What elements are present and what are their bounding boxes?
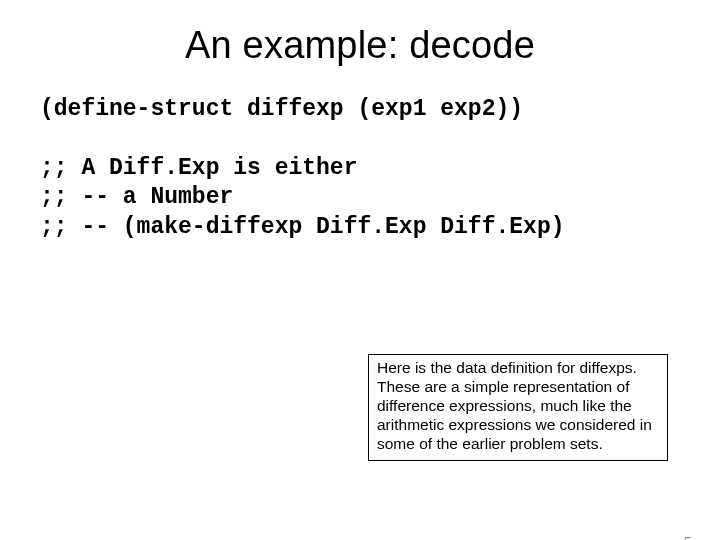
code-line-4: ;; -- (make-diffexp Diff.Exp Diff.Exp)	[40, 214, 565, 240]
note-box: Here is the data definition for diffexps…	[368, 354, 668, 461]
code-line-1: (define-struct diffexp (exp1 exp2))	[40, 96, 523, 122]
code-block: (define-struct diffexp (exp1 exp2)) ;; A…	[40, 95, 690, 242]
code-line-3: ;; -- a Number	[40, 184, 233, 210]
code-line-2: ;; A Diff.Exp is either	[40, 155, 357, 181]
page-number: 5	[684, 533, 692, 540]
slide: An example: decode (define-struct diffex…	[0, 24, 720, 540]
slide-title: An example: decode	[0, 24, 720, 67]
